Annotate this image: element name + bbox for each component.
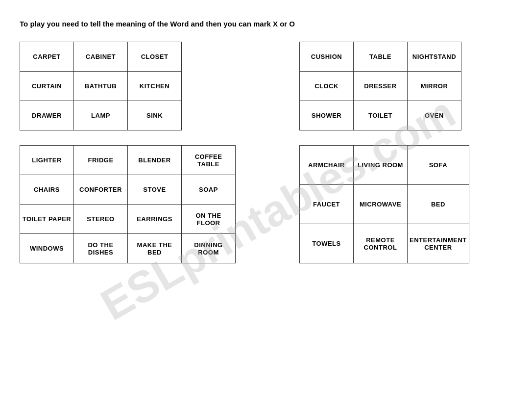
table-cell: STOVE: [128, 175, 182, 205]
table-cell: MIRROR: [408, 72, 461, 101]
table-row: CUSHIONTABLENIGHTSTAND: [300, 42, 461, 72]
table-cell: KITCHEN: [128, 72, 182, 101]
table-cell: CONFORTER: [74, 175, 128, 205]
table-cell: CLOSET: [128, 42, 182, 72]
table-row: SHOWERTOILETOVEN: [300, 101, 461, 130]
table-cell: OVEN: [408, 101, 461, 130]
table-cell: ON THE FLOOR: [182, 205, 236, 234]
table-row: CARPETCABINETCLOSET: [20, 42, 182, 72]
table-row: WINDOWSDO THEDISHESMAKE THE BEDDINNINGRO…: [20, 234, 236, 263]
table-cell: LIGHTER: [20, 146, 74, 175]
table-cell: CUSHION: [300, 42, 354, 72]
table-cell: CURTAIN: [20, 72, 74, 101]
table-cell: LIVING ROOM: [354, 146, 408, 185]
table-cell: REMOTECONTROL: [354, 224, 408, 263]
table-cell: CARPET: [20, 42, 74, 72]
table-row: LIGHTERFRIDGEBLENDERCOFFEE TABLE: [20, 146, 236, 175]
table-cell: COFFEE TABLE: [182, 146, 236, 175]
table-cell: BLENDER: [128, 146, 182, 175]
table-cell: TABLE: [354, 42, 408, 72]
table-cell: EARRINGS: [128, 205, 182, 234]
table-cell: FRIDGE: [74, 146, 128, 175]
instructions-text: To play you need to tell the meaning of …: [20, 20, 512, 28]
table-cell: CABINET: [74, 42, 128, 72]
bottom-tables-row: LIGHTERFRIDGEBLENDERCOFFEE TABLECHAIRSCO…: [20, 145, 512, 263]
table-cell: TOILET: [354, 101, 408, 130]
table-cell: CHAIRS: [20, 175, 74, 205]
table-cell: BED: [408, 185, 469, 224]
table-row: TOILET PAPERSTEREOEARRINGSON THE FLOOR: [20, 205, 236, 234]
table-cell: MICROWAVE: [354, 185, 408, 224]
table-cell: ARMCHAIR: [300, 146, 354, 185]
table-cell: SINK: [128, 101, 182, 130]
table-cell: WINDOWS: [20, 234, 74, 263]
table-cell: ENTERTAINMENTCENTER: [408, 224, 469, 263]
table-cell: TOWELS: [300, 224, 354, 263]
table-row: CLOCKDRESSERMIRROR: [300, 72, 461, 101]
table-2: CUSHIONTABLENIGHTSTANDCLOCKDRESSERMIRROR…: [299, 42, 461, 130]
table-cell: NIGHTSTAND: [408, 42, 461, 72]
table-cell: STEREO: [74, 205, 128, 234]
table-4: ARMCHAIRLIVING ROOMSOFAFAUCETMICROWAVEBE…: [299, 145, 469, 263]
table-row: DRAWERLAMPSINK: [20, 101, 182, 130]
table-row: FAUCETMICROWAVEBED: [300, 185, 469, 224]
table-row: CURTAINBATHTUBKITCHEN: [20, 72, 182, 101]
table-cell: SOFA: [408, 146, 469, 185]
table-cell: DO THEDISHES: [74, 234, 128, 263]
table-cell: SOAP: [182, 175, 236, 205]
table-row: ARMCHAIRLIVING ROOMSOFA: [300, 146, 469, 185]
table-cell: CLOCK: [300, 72, 354, 101]
table-cell: SHOWER: [300, 101, 354, 130]
table-cell: TOILET PAPER: [20, 205, 74, 234]
table-1: CARPETCABINETCLOSETCURTAINBATHTUBKITCHEN…: [20, 42, 182, 130]
table-cell: BATHTUB: [74, 72, 128, 101]
table-cell: MAKE THE BED: [128, 234, 182, 263]
table-cell: DRESSER: [354, 72, 408, 101]
table-cell: FAUCET: [300, 185, 354, 224]
page: To play you need to tell the meaning of …: [0, 0, 532, 273]
table-cell: DRAWER: [20, 101, 74, 130]
table-3: LIGHTERFRIDGEBLENDERCOFFEE TABLECHAIRSCO…: [20, 145, 236, 263]
table-cell: LAMP: [74, 101, 128, 130]
top-tables-row: CARPETCABINETCLOSETCURTAINBATHTUBKITCHEN…: [20, 42, 512, 130]
table-row: TOWELSREMOTECONTROLENTERTAINMENTCENTER: [300, 224, 469, 263]
table-row: CHAIRSCONFORTERSTOVESOAP: [20, 175, 236, 205]
table-cell: DINNINGROOM: [182, 234, 236, 263]
